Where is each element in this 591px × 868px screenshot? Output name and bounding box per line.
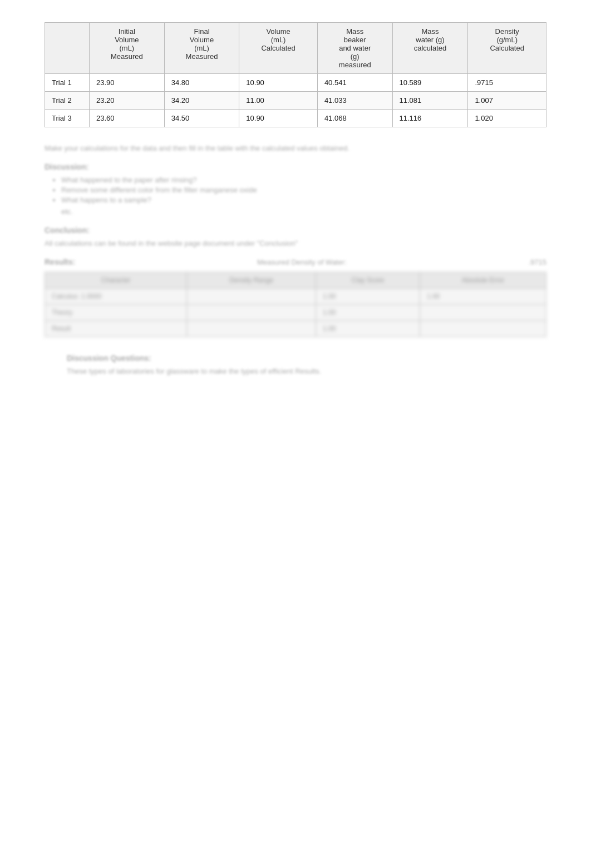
discussion-title: Discussion: [45, 162, 546, 171]
table-row: Trial 3 23.60 34.50 10.90 41.068 11.116 … [45, 110, 546, 127]
trial-3-col1: 23.60 [90, 110, 165, 127]
discussion-questions-text: These types of laboratories for glasswar… [67, 367, 546, 375]
trial-1-col6: .9715 [468, 74, 546, 92]
conclusion-title: Conclusion: [45, 226, 546, 235]
list-item: What happened to the paper after rinsing… [61, 176, 546, 184]
discussion-section: Discussion: What happened to the paper a… [45, 162, 546, 216]
col-header-volume-calc: Volume(mL)Calculated [239, 23, 318, 74]
results-row1-col3: 1.00 [316, 289, 420, 305]
main-data-table: InitialVolume(mL)Measured FinalVolume(mL… [45, 22, 546, 127]
table-row: Result 1.00 [45, 321, 546, 337]
conclusion-text: All calculations can be found in the web… [45, 239, 546, 247]
results-table-wrapper: Character Density Range Clay Score Absol… [45, 272, 546, 337]
results-row3-col1: Result [45, 321, 187, 337]
discussion-list: What happened to the paper after rinsing… [61, 176, 546, 204]
intro-text: Make your calculations for the data and … [45, 144, 546, 152]
discussion-questions-title: Discussion Questions: [67, 354, 546, 363]
results-row3-col3: 1.00 [316, 321, 420, 337]
trial-1-col5: 10.589 [392, 74, 468, 92]
results-row1-col4: 1.00 [420, 289, 546, 305]
results-table: Character Density Range Clay Score Absol… [45, 272, 546, 337]
col-header-label [45, 23, 90, 74]
results-row2-col2 [187, 305, 316, 321]
results-header: Results: Measured Density of Water: .971… [45, 257, 546, 266]
trial-2-col2: 34.20 [164, 92, 239, 110]
table-row: Theory 1.00 [45, 305, 546, 321]
col-header-mass-beaker-water: Massbeakerand water(g)measured [317, 23, 392, 74]
sub-item: etc. [61, 207, 546, 216]
trial-2-col3: 11.00 [239, 92, 318, 110]
discussion-questions-section: Discussion Questions: These types of lab… [45, 354, 546, 375]
results-row3-col2 [187, 321, 316, 337]
trial-3-label: Trial 3 [45, 110, 90, 127]
trial-2-col1: 23.20 [90, 92, 165, 110]
trial-3-col4: 41.068 [317, 110, 392, 127]
results-row2-col3: 1.00 [316, 305, 420, 321]
results-row1-col2 [187, 289, 316, 305]
table-row: Trial 2 23.20 34.20 11.00 41.033 11.081 … [45, 92, 546, 110]
trial-3-col3: 10.90 [239, 110, 318, 127]
measured-density-label: Measured Density of Water: [257, 258, 347, 266]
trial-1-col2: 34.80 [164, 74, 239, 92]
list-item: What happens to a sample? [61, 196, 546, 204]
trial-3-col6: 1.020 [468, 110, 546, 127]
table-row: Calculus: 1.0000 1.00 1.00 [45, 289, 546, 305]
trial-1-label: Trial 1 [45, 74, 90, 92]
col-header-density-calc: Density(g/mL)Calculated [468, 23, 546, 74]
trial-1-col4: 40.541 [317, 74, 392, 92]
results-col-header-2: Density Range [187, 272, 316, 289]
results-row2-col1: Theory [45, 305, 187, 321]
col-header-initial-volume: InitialVolume(mL)Measured [90, 23, 165, 74]
measured-density-value: .9715 [528, 258, 546, 266]
conclusion-section: Conclusion: All calculations can be foun… [45, 226, 546, 247]
trial-1-col3: 10.90 [239, 74, 318, 92]
results-label: Results: [45, 257, 75, 266]
trial-1-col1: 23.90 [90, 74, 165, 92]
intro-text-section: Make your calculations for the data and … [45, 144, 546, 152]
trial-2-col6: 1.007 [468, 92, 546, 110]
trial-2-col5: 11.081 [392, 92, 468, 110]
table-row: Trial 1 23.90 34.80 10.90 40.541 10.589 … [45, 74, 546, 92]
col-header-final-volume: FinalVolume(mL)Measured [164, 23, 239, 74]
trial-2-label: Trial 2 [45, 92, 90, 110]
col-header-mass-water-calc: Masswater (g)calculated [392, 23, 468, 74]
trial-3-col2: 34.50 [164, 110, 239, 127]
trial-2-col4: 41.033 [317, 92, 392, 110]
results-col-header-1: Character [45, 272, 187, 289]
results-col-header-3: Clay Score [316, 272, 420, 289]
results-row2-col4 [420, 305, 546, 321]
trial-3-col5: 11.116 [392, 110, 468, 127]
results-row1-col1: Calculus: 1.0000 [45, 289, 187, 305]
list-item: Remove some different color from the fil… [61, 186, 546, 194]
data-table: InitialVolume(mL)Measured FinalVolume(mL… [45, 22, 546, 127]
results-row3-col4 [420, 321, 546, 337]
results-col-header-4: Absolute Error [420, 272, 546, 289]
